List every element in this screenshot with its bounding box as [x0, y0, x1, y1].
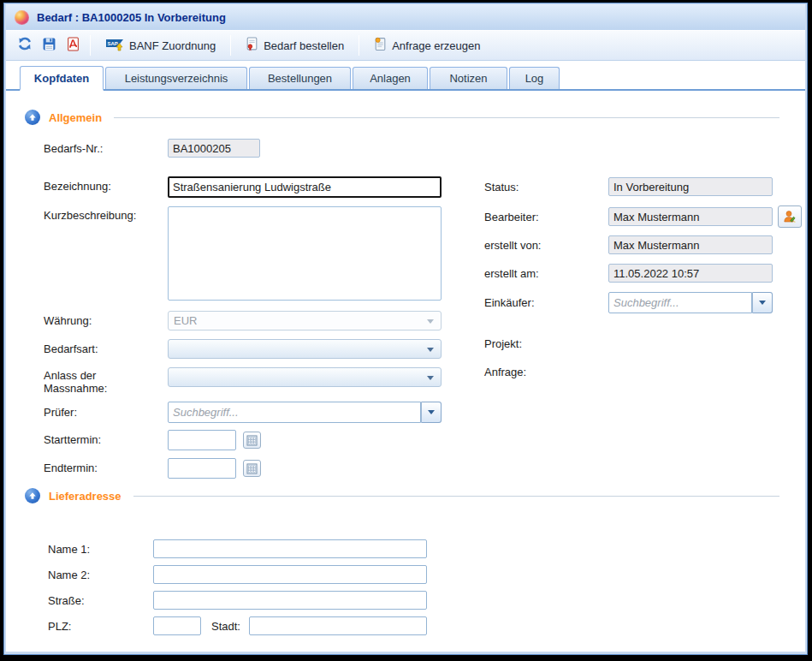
- window-title: Bedarf : BA1000205 In Vorbereitung: [37, 11, 226, 24]
- calendar-icon: [246, 435, 258, 446]
- tab-label: Anlagen: [370, 72, 411, 85]
- einkaeufer-dropdown-button[interactable]: [752, 292, 773, 313]
- banf-zuordnung-button[interactable]: SAP BANF Zuordnung: [96, 34, 225, 57]
- toolbar-separator: [230, 35, 231, 56]
- user-edit-icon: [783, 210, 797, 223]
- pruefer-search-input[interactable]: [168, 402, 421, 423]
- tab-leistungsverzeichnis[interactable]: Leistungsverzeichnis: [105, 67, 247, 89]
- strasse-label: Straße:: [48, 594, 85, 607]
- section-rule: [133, 496, 779, 497]
- toolbar: SAP BANF Zuordnung Bedarf bestellen: [6, 30, 805, 61]
- plz-label: PLZ:: [48, 620, 71, 633]
- new-request-document-icon: [374, 37, 387, 54]
- kurzbeschreibung-label: Kurzbeschreibung:: [44, 209, 136, 222]
- app-window: Bedarf : BA1000205 In Vorbereitung: [3, 3, 808, 655]
- pdf-export-button[interactable]: [61, 34, 85, 57]
- screenshot-root: { "window": { "title": "Bedarf : BA10002…: [0, 0, 812, 661]
- section-allgemein-header: Allgemein: [25, 110, 779, 125]
- pruefer-combobox: [168, 402, 442, 423]
- arrow-up-icon: [27, 491, 38, 501]
- refresh-button[interactable]: [13, 34, 37, 57]
- name1-label: Name 1:: [48, 543, 90, 556]
- refresh-icon: [17, 36, 33, 55]
- chevron-down-icon: [428, 410, 435, 414]
- bearbeiter-label: Bearbeiter:: [484, 211, 539, 223]
- tab-log[interactable]: Log: [509, 67, 560, 89]
- order-document-icon: [246, 37, 258, 54]
- bedarfs-nr-label: Bedarfs-Nr.:: [44, 142, 103, 155]
- collapse-lieferadresse-button[interactable]: [25, 488, 40, 503]
- bedarfsart-label: Bedarfsart:: [44, 342, 98, 355]
- tab-notizen[interactable]: Notizen: [430, 67, 507, 89]
- anfrage-erzeugen-label: Anfrage erzeugen: [392, 39, 480, 52]
- app-icon: [15, 10, 29, 25]
- section-lieferadresse-header: Lieferadresse: [25, 488, 779, 503]
- toolbar-separator: [359, 35, 359, 56]
- collapse-allgemein-button[interactable]: [25, 110, 40, 125]
- endtermin-calendar-button[interactable]: [243, 460, 261, 477]
- erstellt-am-field: [608, 264, 773, 283]
- tab-label: Log: [525, 72, 544, 85]
- anfrage-label: Anfrage:: [484, 366, 526, 378]
- tab-label: Kopfdaten: [34, 72, 89, 85]
- bearbeiter-field: [608, 207, 773, 226]
- arrow-up-icon: [27, 112, 38, 122]
- pruefer-label: Prüfer:: [44, 406, 77, 419]
- save-icon: [42, 37, 56, 55]
- chevron-down-icon: [427, 348, 434, 352]
- tab-label: Notizen: [449, 72, 487, 85]
- anfrage-erzeugen-button[interactable]: Anfrage erzeugen: [365, 34, 489, 57]
- erstellt-von-label: erstellt von:: [484, 239, 541, 252]
- bezeichnung-label: Bezeichnung:: [44, 180, 111, 193]
- starttermin-calendar-button[interactable]: [243, 432, 261, 449]
- stadt-label: Stadt:: [211, 620, 240, 633]
- bearbeiter-select-user-button[interactable]: [778, 205, 802, 228]
- tab-label: Bestellungen: [268, 72, 332, 85]
- title-bar: Bedarf : BA1000205 In Vorbereitung: [6, 4, 805, 30]
- banf-zuordnung-label: BANF Zuordnung: [129, 39, 216, 52]
- waehrung-dropdown: EUR: [168, 311, 442, 330]
- tab-bestellungen[interactable]: Bestellungen: [249, 67, 351, 89]
- endtermin-field[interactable]: [168, 458, 236, 479]
- waehrung-label: Währung:: [44, 314, 92, 327]
- calendar-icon: [246, 463, 258, 474]
- chevron-down-icon: [427, 376, 434, 380]
- einkaeufer-label: Einkäufer:: [484, 296, 535, 309]
- save-button[interactable]: [37, 34, 61, 57]
- tab-kopfdaten[interactable]: Kopfdaten: [20, 66, 104, 91]
- pruefer-dropdown-button[interactable]: [421, 402, 442, 423]
- endtermin-label: Endtermin:: [44, 462, 98, 474]
- strasse-field[interactable]: [153, 591, 427, 610]
- section-rule: [114, 117, 779, 118]
- tab-anlagen[interactable]: Anlagen: [353, 67, 428, 89]
- einkaeufer-search-input[interactable]: [608, 292, 752, 313]
- plz-field[interactable]: [153, 616, 201, 635]
- name2-label: Name 2:: [48, 569, 90, 581]
- erstellt-von-field: [608, 235, 773, 254]
- waehrung-value: EUR: [174, 314, 197, 327]
- anlass-label: Anlass der Massnahme:: [44, 369, 122, 395]
- toolbar-separator: [90, 35, 91, 56]
- stadt-field[interactable]: [249, 616, 427, 635]
- erstellt-am-label: erstellt am:: [484, 267, 539, 280]
- projekt-label: Projekt:: [484, 337, 522, 350]
- tab-label: Leistungsverzeichnis: [125, 72, 228, 85]
- kurzbeschreibung-field[interactable]: [168, 206, 442, 301]
- svg-text:SAP: SAP: [108, 40, 118, 45]
- name1-field[interactable]: [153, 539, 427, 558]
- bedarfs-nr-field: [168, 139, 260, 158]
- section-allgemein-title: Allgemein: [49, 111, 102, 124]
- starttermin-field[interactable]: [168, 430, 236, 450]
- bedarf-bestellen-button[interactable]: Bedarf bestellen: [236, 34, 353, 57]
- bedarf-bestellen-label: Bedarf bestellen: [264, 39, 344, 52]
- status-field: [608, 177, 773, 196]
- name2-field[interactable]: [153, 565, 427, 584]
- einkaeufer-combobox: [608, 292, 773, 313]
- anlass-dropdown[interactable]: [168, 367, 442, 387]
- status-label: Status:: [484, 181, 519, 194]
- bedarfsart-dropdown[interactable]: [168, 339, 442, 359]
- bezeichnung-field[interactable]: [168, 176, 442, 198]
- chevron-down-icon: [759, 301, 766, 305]
- chevron-down-icon: [427, 319, 434, 324]
- kopfdaten-form: Allgemein Bedarfs-Nr.: Bezeichnung: Kurz…: [6, 91, 805, 652]
